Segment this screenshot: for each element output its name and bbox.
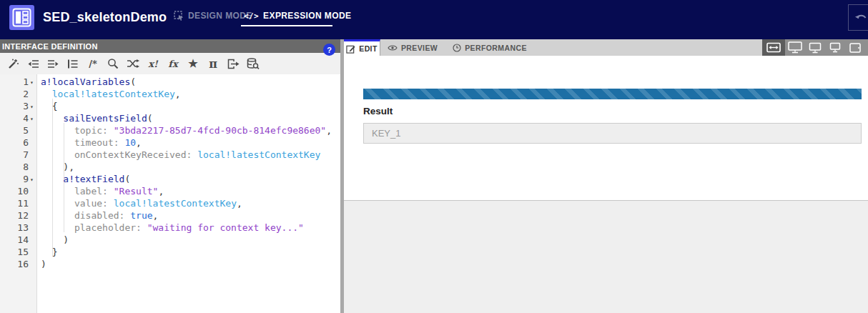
code-line-13[interactable]: 13 placeholder: "waiting for context key… xyxy=(0,222,340,234)
line-number: 7 xyxy=(0,149,29,161)
code-line-2[interactable]: 2 local!latestContextKey, xyxy=(0,88,340,100)
code-text: sailEventsField( xyxy=(41,112,153,124)
code-text: placeholder: "waiting for context key...… xyxy=(41,222,304,234)
code-text: a!textField( xyxy=(41,173,130,185)
code-line-10[interactable]: 10 label: "Result", xyxy=(0,185,340,197)
code-line-12[interactable]: 12 disabled: true, xyxy=(0,209,340,222)
clock-icon xyxy=(453,44,461,52)
auto-width-icon[interactable] xyxy=(762,39,785,56)
code-text: a!localVariables( xyxy=(41,76,136,88)
fold-toggle-icon[interactable]: ▾ xyxy=(30,113,37,125)
line-number: 16 xyxy=(0,258,29,270)
outdent-icon[interactable] xyxy=(23,54,43,73)
code-text: ) xyxy=(41,234,69,246)
eye-icon xyxy=(388,44,398,51)
code-line-5[interactable]: 5 topic: "3bda2217-85d7-4fcd-90cb-814efc… xyxy=(0,124,340,136)
code-line-6[interactable]: 6 timeout: 10, xyxy=(0,136,340,149)
code-line-8[interactable]: 8 ), xyxy=(0,161,340,173)
preview-content: Result KEY_1 xyxy=(344,56,868,200)
result-field-value: KEY_1 xyxy=(372,128,400,139)
line-number: 5 xyxy=(0,124,29,136)
indent-icon[interactable] xyxy=(43,54,63,73)
line-number: 11 xyxy=(0,197,29,209)
code-line-4[interactable]: 4▾ sailEventsField( xyxy=(0,112,340,124)
expression-mode-label: EXPRESSION MODE xyxy=(263,11,351,21)
code-line-3[interactable]: 3▾ { xyxy=(0,100,340,112)
favorites-star-icon[interactable]: ★ xyxy=(183,54,203,73)
code-line-14[interactable]: 14 ) xyxy=(0,234,340,246)
desktop-medium-icon[interactable] xyxy=(805,39,825,56)
tab-performance[interactable]: PERFORMANCE xyxy=(450,39,530,56)
undo-icon xyxy=(854,12,868,24)
page-title: SED_skeletonDemo xyxy=(43,10,167,25)
code-line-1[interactable]: 1▾a!localVariables( xyxy=(0,76,340,88)
code-line-9[interactable]: 9▾ a!textField( xyxy=(0,173,340,185)
code-line-11[interactable]: 11 value: local!latestContextKey, xyxy=(0,197,340,209)
code-text: { xyxy=(41,100,57,112)
app-header: SED_skeletonDemo DESIGN MODE </> EXPRESS… xyxy=(0,0,868,39)
tab-performance-label: PERFORMANCE xyxy=(465,44,527,52)
code-text: topic: "3bda2217-85d7-4fcd-90cb-814efc9e… xyxy=(41,124,332,136)
function-icon[interactable]: fx xyxy=(163,54,183,73)
tab-design-mode[interactable]: DESIGN MODE xyxy=(174,11,252,21)
line-number: 1 xyxy=(0,76,29,88)
preview-tabstrip: EDIT PREVIEW PERFORMANCE xyxy=(344,39,868,56)
line-number: 14 xyxy=(0,234,29,246)
code-text: ), xyxy=(41,161,74,173)
code-text: onContextKeyReceived: local!latestContex… xyxy=(41,149,320,161)
preview-panel: EDIT PREVIEW PERFORMANCE Result xyxy=(344,39,868,313)
fold-toggle-icon[interactable]: ▾ xyxy=(30,174,37,186)
editor-toolbar: /*x!fx★π xyxy=(0,53,340,74)
design-mode-label: DESIGN MODE xyxy=(188,11,252,21)
code-line-16[interactable]: 16) xyxy=(0,258,340,270)
line-number: 15 xyxy=(0,246,29,258)
tablet-icon[interactable] xyxy=(845,39,865,56)
device-size-toolbar xyxy=(762,39,868,56)
tab-edit-label: EDIT xyxy=(359,44,378,53)
tab-edit[interactable]: EDIT xyxy=(344,39,380,56)
undo-button[interactable] xyxy=(848,4,868,31)
test-run-icon[interactable] xyxy=(223,54,243,73)
code-text: disabled: true, xyxy=(41,209,158,222)
panel-title-bar: INTERFACE DEFINITION xyxy=(0,39,340,53)
result-field-label: Result xyxy=(363,106,393,116)
shuffle-icon[interactable] xyxy=(123,54,143,73)
help-icon: ? xyxy=(327,46,332,54)
interface-definition-panel: INTERFACE DEFINITION /*x!fx★π ? 1▾a!loca… xyxy=(0,39,340,313)
design-mode-icon xyxy=(174,11,184,21)
code-text: timeout: 10, xyxy=(41,136,142,149)
expression-error-icon[interactable]: x! xyxy=(143,54,163,73)
pi-icon[interactable]: π xyxy=(203,54,223,73)
search-icon[interactable] xyxy=(103,54,123,73)
line-number: 8 xyxy=(0,161,29,173)
line-number: 13 xyxy=(0,222,29,234)
expression-mode-icon: </> xyxy=(244,11,259,21)
desktop-small-icon[interactable] xyxy=(825,39,845,56)
code-line-7[interactable]: 7 onContextKeyReceived: local!latestCont… xyxy=(0,149,340,161)
help-button[interactable]: ? xyxy=(323,44,335,56)
fold-toggle-icon[interactable]: ▾ xyxy=(30,76,37,89)
line-number: 2 xyxy=(0,88,29,100)
line-number: 6 xyxy=(0,136,29,149)
desktop-large-icon[interactable] xyxy=(785,39,805,56)
tab-preview[interactable]: PREVIEW xyxy=(384,39,441,56)
code-text: } xyxy=(41,246,57,258)
fold-toggle-icon[interactable]: ▾ xyxy=(30,101,37,113)
line-number: 4 xyxy=(0,112,29,124)
query-database-icon[interactable] xyxy=(243,54,263,73)
tab-expression-mode[interactable]: </> EXPRESSION MODE xyxy=(244,11,351,21)
format-wand-icon[interactable] xyxy=(3,54,23,73)
edit-pencil-icon xyxy=(346,44,355,54)
code-editor[interactable]: 1▾a!localVariables(2 local!latestContext… xyxy=(0,74,340,313)
phone-icon[interactable] xyxy=(865,39,868,56)
panel-title: INTERFACE DEFINITION xyxy=(2,42,98,51)
code-text: ) xyxy=(41,258,46,270)
outline-icon[interactable] xyxy=(63,54,83,73)
block-comment-icon[interactable]: /* xyxy=(83,54,103,73)
line-number: 12 xyxy=(0,209,29,222)
code-text: local!latestContextKey, xyxy=(41,88,181,100)
progress-bar xyxy=(363,89,862,99)
result-text-field[interactable]: KEY_1 xyxy=(363,123,862,144)
line-number: 10 xyxy=(0,185,29,197)
code-line-15[interactable]: 15 } xyxy=(0,246,340,258)
